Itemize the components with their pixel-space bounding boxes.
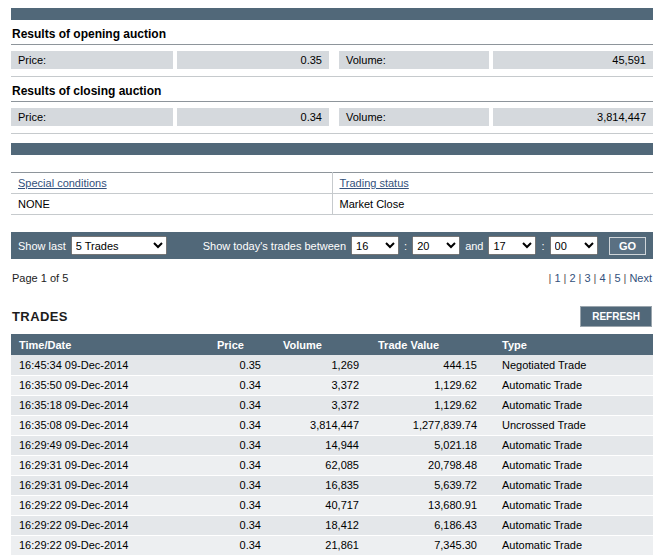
opening-auction-row: Price: 0.35 Volume: 45,591 xyxy=(11,51,653,77)
trade-cell: 0.34 xyxy=(208,435,266,455)
trade-cell: 0.34 xyxy=(208,515,266,535)
trade-cell: 16,835 xyxy=(266,475,364,495)
pagination-next-link[interactable]: Next xyxy=(629,272,652,284)
trade-cell: 20,798.48 xyxy=(364,455,484,475)
trade-cell: 16:35:18 09-Dec-2014 xyxy=(11,395,208,415)
pagination-separator: | xyxy=(624,272,627,284)
trade-cell: 0.34 xyxy=(208,395,266,415)
trades-header: TRADES REFRESH xyxy=(12,306,652,327)
minute-from-select[interactable]: 20 xyxy=(412,236,460,255)
trade-cell: Uncrossed Trade xyxy=(484,415,653,435)
go-button[interactable]: GO xyxy=(609,237,646,255)
column-header-type: Type xyxy=(484,334,653,355)
table-row: 16:45:34 09-Dec-20140.351,269444.15Negot… xyxy=(11,355,653,375)
trade-cell: 1,277,839.74 xyxy=(364,415,484,435)
table-row: 16:35:50 09-Dec-20140.343,3721,129.62Aut… xyxy=(11,375,653,395)
trade-cell: 5,639.72 xyxy=(364,475,484,495)
closing-price-label: Price: xyxy=(11,108,173,126)
pagination-page-link[interactable]: 4 xyxy=(599,272,605,284)
minute-to-select[interactable]: 00 xyxy=(550,236,598,255)
trade-cell: Automatic Trade xyxy=(484,395,653,415)
column-header-trade-value: Trade Value xyxy=(364,334,484,355)
trade-cell: 14,944 xyxy=(266,435,364,455)
trade-cell: Automatic Trade xyxy=(484,475,653,495)
refresh-button[interactable]: REFRESH xyxy=(580,306,652,327)
trade-cell: 16:29:22 09-Dec-2014 xyxy=(11,535,208,555)
trade-cell: 21,861 xyxy=(266,535,364,555)
trades-filter-toolbar: Show last 5 Trades Show today's trades b… xyxy=(11,232,653,259)
trade-cell: 3,372 xyxy=(266,395,364,415)
trades-table: Time/Date Price Volume Trade Value Type … xyxy=(11,334,653,556)
pagination-page-link[interactable]: 2 xyxy=(569,272,575,284)
page: Results of opening auction Price: 0.35 V… xyxy=(0,0,664,557)
opening-volume-value: 45,591 xyxy=(493,51,653,69)
show-last-select[interactable]: 5 Trades xyxy=(71,236,167,255)
pagination-page-link[interactable]: 5 xyxy=(614,272,620,284)
trade-cell: 18,412 xyxy=(266,515,364,535)
table-row: 16:29:49 09-Dec-20140.3414,9445,021.18Au… xyxy=(11,435,653,455)
table-row: 16:35:08 09-Dec-20140.343,814,4471,277,8… xyxy=(11,415,653,435)
trade-cell: 0.34 xyxy=(208,375,266,395)
trade-cell: 0.34 xyxy=(208,455,266,475)
page-info: Page 1 of 5 xyxy=(12,272,68,284)
trade-cell: 16:29:49 09-Dec-2014 xyxy=(11,435,208,455)
trade-cell: 40,717 xyxy=(266,495,364,515)
trade-cell: 16:29:31 09-Dec-2014 xyxy=(11,455,208,475)
opening-auction-section: Results of opening auction Price: 0.35 V… xyxy=(11,20,653,77)
trade-cell: 0.34 xyxy=(208,495,266,515)
closing-volume-value: 3,814,447 xyxy=(493,108,653,126)
trading-status-link[interactable]: Trading status xyxy=(340,177,409,189)
column-header-volume: Volume xyxy=(266,334,364,355)
trade-cell: 16:29:22 09-Dec-2014 xyxy=(11,515,208,535)
trade-cell: 0.34 xyxy=(208,535,266,555)
trade-cell: 0.34 xyxy=(208,475,266,495)
trade-cell: Automatic Trade xyxy=(484,375,653,395)
closing-price-value: 0.34 xyxy=(177,108,329,126)
between-label: Show today's trades between xyxy=(203,240,346,252)
colon-separator: : xyxy=(541,240,544,252)
opening-auction-title: Results of opening auction xyxy=(11,20,653,45)
trade-cell: 3,372 xyxy=(266,375,364,395)
pagination-page-link[interactable]: 3 xyxy=(584,272,590,284)
pagination-separator: | xyxy=(549,272,552,284)
table-row: 16:35:18 09-Dec-20140.343,3721,129.62Aut… xyxy=(11,395,653,415)
column-header-price: Price xyxy=(208,334,266,355)
column-header-time-date: Time/Date xyxy=(11,334,208,355)
trades-table-body: 16:45:34 09-Dec-20140.351,269444.15Negot… xyxy=(11,355,653,555)
trade-cell: Automatic Trade xyxy=(484,455,653,475)
pagination-page-link[interactable]: 1 xyxy=(554,272,560,284)
pagination-separator: | xyxy=(609,272,612,284)
opening-volume-label: Volume: xyxy=(339,51,489,69)
trade-cell: 16:35:08 09-Dec-2014 xyxy=(11,415,208,435)
and-label: and xyxy=(465,240,483,252)
pagination-separator: | xyxy=(579,272,582,284)
trade-cell: 444.15 xyxy=(364,355,484,375)
conditions-table: Special conditions Trading status NONE M… xyxy=(11,172,653,215)
table-row: 16:29:22 09-Dec-20140.3440,71713,680.91A… xyxy=(11,495,653,515)
trading-status-value: Market Close xyxy=(332,194,653,215)
special-conditions-link[interactable]: Special conditions xyxy=(18,177,107,189)
trade-cell: 16:29:31 09-Dec-2014 xyxy=(11,475,208,495)
trade-cell: Automatic Trade xyxy=(484,495,653,515)
divider-bar-top xyxy=(11,8,653,20)
hour-from-select[interactable]: 16 xyxy=(351,236,399,255)
hour-to-select[interactable]: 17 xyxy=(488,236,536,255)
pagination-separator: | xyxy=(564,272,567,284)
trade-cell: 1,129.62 xyxy=(364,375,484,395)
special-conditions-value: NONE xyxy=(11,194,332,215)
closing-auction-title: Results of closing auction xyxy=(11,77,653,102)
trade-cell: Automatic Trade xyxy=(484,435,653,455)
trade-cell: Automatic Trade xyxy=(484,535,653,555)
trade-cell: 6,186.43 xyxy=(364,515,484,535)
trade-cell: 0.34 xyxy=(208,415,266,435)
trade-cell: 16:35:50 09-Dec-2014 xyxy=(11,375,208,395)
trade-cell: Automatic Trade xyxy=(484,515,653,535)
opening-price-label: Price: xyxy=(11,51,173,69)
trade-cell: 1,269 xyxy=(266,355,364,375)
trade-cell: Negotiated Trade xyxy=(484,355,653,375)
table-row: 16:29:22 09-Dec-20140.3418,4126,186.43Au… xyxy=(11,515,653,535)
closing-volume-label: Volume: xyxy=(339,108,489,126)
trade-cell: 5,021.18 xyxy=(364,435,484,455)
table-row: 16:29:31 09-Dec-20140.3462,08520,798.48A… xyxy=(11,455,653,475)
pagination: |1|2|3|4|5|Next xyxy=(546,272,652,284)
